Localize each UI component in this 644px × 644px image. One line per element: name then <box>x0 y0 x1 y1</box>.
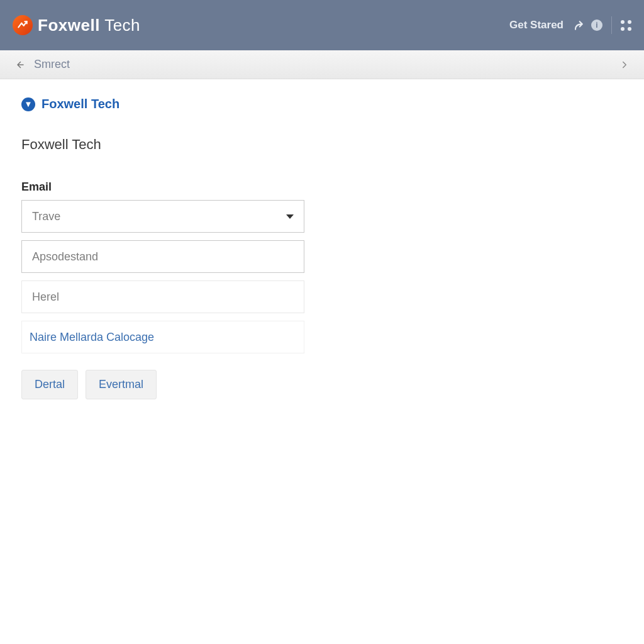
get-started-link[interactable]: Get Stared <box>509 19 564 31</box>
button-row: Dertal Evertmal <box>21 370 623 399</box>
info-icon[interactable]: i <box>591 19 602 31</box>
header-divider <box>611 16 612 34</box>
back-icon[interactable] <box>14 59 25 70</box>
apps-icon[interactable] <box>621 20 631 31</box>
redo-icon[interactable] <box>572 19 585 31</box>
breadcrumb-left: Smrect <box>14 58 70 71</box>
breadcrumb-text[interactable]: Smrect <box>34 58 70 71</box>
forward-icon[interactable] <box>619 59 630 70</box>
field-apsodestand[interactable]: Apsodestand <box>21 240 304 273</box>
header-right: Get Stared i <box>509 16 631 34</box>
brand-text: Foxwell Tech <box>38 16 140 35</box>
select-value: Trave <box>32 210 60 223</box>
info-badge-icon: ▼ <box>21 97 35 111</box>
breadcrumb-bar: Smrect <box>0 50 644 79</box>
brand-logo[interactable]: Foxwell Tech <box>13 15 140 35</box>
main-content: ▼ Foxwell Tech Foxwell Tech Email Trave … <box>0 79 644 417</box>
app-header: Foxwell Tech Get Stared i <box>0 0 644 50</box>
page-title: Foxwell Tech <box>21 136 623 153</box>
brand-icon <box>13 15 33 35</box>
header-icons: i <box>572 16 631 34</box>
evertmal-button[interactable]: Evertmal <box>86 370 157 399</box>
email-select[interactable]: Trave <box>21 200 304 233</box>
info-line: ▼ Foxwell Tech <box>21 97 623 111</box>
email-label: Email <box>21 180 623 194</box>
field-value: Apsodestand <box>32 250 98 264</box>
dertal-button[interactable]: Dertal <box>21 370 78 399</box>
link-row[interactable]: Naire Mellarda Calocage <box>21 321 304 353</box>
field-herel[interactable]: Herel <box>21 280 304 313</box>
link-text: Naire Mellarda Calocage <box>30 331 154 344</box>
field-value: Herel <box>32 291 59 304</box>
info-title: Foxwell Tech <box>42 97 119 111</box>
chevron-down-icon <box>286 214 294 219</box>
